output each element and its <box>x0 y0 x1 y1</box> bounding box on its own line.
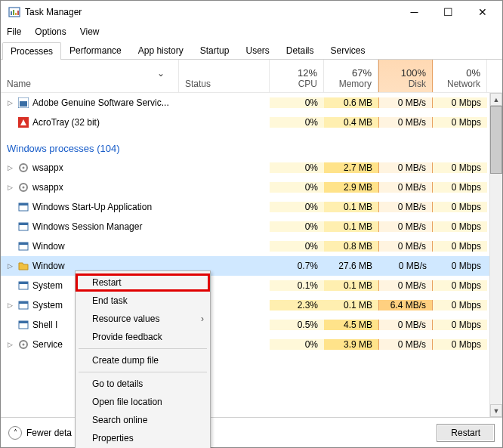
window-icon <box>17 221 29 233</box>
tab-services[interactable]: Services <box>322 42 374 59</box>
restart-button[interactable]: Restart <box>437 424 495 442</box>
gear-icon <box>17 338 29 351</box>
window-title: Task Manager <box>25 7 397 17</box>
ctx-end-task[interactable]: End task <box>76 292 210 310</box>
window-icon <box>17 299 29 311</box>
tab-startup[interactable]: Startup <box>192 42 238 59</box>
svg-rect-13 <box>19 203 28 205</box>
close-button[interactable]: ✕ <box>465 1 499 23</box>
vertical-scrollbar[interactable]: ▲ ▼ <box>489 93 502 417</box>
tab-processes[interactable]: Processes <box>2 42 61 60</box>
process-row[interactable]: AcroTray (32 bit) 0% 0.4 MB 0 MB/s 0 Mbp… <box>1 113 489 132</box>
svg-rect-21 <box>19 301 28 304</box>
column-headers: ⌄ Name Status 12% CPU 67% Memory 100% Di… <box>1 60 502 93</box>
header-cpu[interactable]: 12% CPU <box>270 60 324 92</box>
scroll-thumb[interactable] <box>490 106 502 174</box>
ctx-search-online[interactable]: Search online <box>76 411 210 429</box>
ctx-restart[interactable]: Restart <box>76 273 210 292</box>
ctx-create-dump[interactable]: Create dump file <box>76 351 210 369</box>
minimize-button[interactable]: ─ <box>397 1 431 23</box>
ctx-separator <box>79 372 207 372</box>
expand-icon[interactable]: ▷ <box>5 183 14 192</box>
scroll-up-button[interactable]: ▲ <box>490 93 502 106</box>
ctx-separator <box>79 348 207 349</box>
svg-rect-17 <box>19 243 28 245</box>
svg-rect-15 <box>19 223 28 225</box>
chevron-up-icon: ˄ <box>8 426 22 440</box>
process-row[interactable]: Window 0% 0.8 MB 0 MB/s 0 Mbps <box>1 236 489 256</box>
expand-icon[interactable]: ▷ <box>5 98 14 107</box>
gear-icon <box>17 162 29 174</box>
folder-icon <box>17 260 29 272</box>
svg-rect-23 <box>19 321 28 323</box>
sort-indicator-icon: ⌄ <box>7 68 172 79</box>
expand-icon[interactable]: ▷ <box>5 163 14 172</box>
ctx-go-to-details[interactable]: Go to details <box>76 375 210 393</box>
tab-app-history[interactable]: App history <box>130 42 192 59</box>
maximize-button[interactable]: ☐ <box>431 1 465 23</box>
header-network[interactable]: 0% Network <box>433 60 487 92</box>
menu-options[interactable]: Options <box>35 26 66 37</box>
context-menu: Restart End task Resource values Provide… <box>75 270 211 448</box>
group-windows-processes[interactable]: Windows processes (104) <box>1 138 489 158</box>
tab-performance[interactable]: Performance <box>61 42 130 59</box>
menubar: File Options View <box>1 23 502 40</box>
process-row[interactable]: Windows Session Manager 0% 0.1 MB 0 MB/s… <box>1 217 489 236</box>
header-status[interactable]: Status <box>179 60 270 92</box>
tab-details[interactable]: Details <box>278 42 322 59</box>
header-memory[interactable]: 67% Memory <box>324 60 378 92</box>
svg-rect-3 <box>15 13 17 15</box>
process-row[interactable]: ▷Adobe Genuine Software Servic... 0% 0.6… <box>1 93 489 113</box>
fewer-details-button[interactable]: ˄ Fewer deta <box>8 426 72 440</box>
app-icon <box>17 97 29 109</box>
task-manager-window: Task Manager ─ ☐ ✕ File Options View Pro… <box>0 0 503 448</box>
tabs: Processes Performance App history Startu… <box>1 40 502 60</box>
expand-icon[interactable]: ▷ <box>5 301 14 310</box>
menu-file[interactable]: File <box>7 26 21 37</box>
scroll-down-button[interactable]: ▼ <box>490 404 502 417</box>
expand-icon[interactable]: ▷ <box>5 261 14 270</box>
expand-icon[interactable]: ▷ <box>5 340 14 349</box>
window-icon <box>17 319 29 331</box>
titlebar[interactable]: Task Manager ─ ☐ ✕ <box>1 1 502 23</box>
svg-point-25 <box>23 344 25 346</box>
app-icon <box>17 116 29 128</box>
app-icon <box>8 6 20 18</box>
process-row[interactable]: ▷wsappx 0% 2.7 MB 0 MB/s 0 Mbps <box>1 158 489 178</box>
svg-rect-2 <box>13 10 14 15</box>
process-row[interactable]: Windows Start-Up Application 0% 0.1 MB 0… <box>1 197 489 217</box>
ctx-provide-feedback[interactable]: Provide feedback <box>76 328 210 346</box>
svg-rect-4 <box>17 11 19 15</box>
svg-rect-1 <box>11 11 12 15</box>
window-icon <box>17 240 29 252</box>
svg-rect-6 <box>20 101 27 107</box>
gear-icon <box>17 181 29 193</box>
header-name[interactable]: ⌄ Name <box>1 60 179 92</box>
ctx-open-file-location[interactable]: Open file location <box>76 393 210 411</box>
svg-point-11 <box>23 187 25 189</box>
tab-users[interactable]: Users <box>237 42 277 59</box>
ctx-properties[interactable]: Properties <box>76 429 210 447</box>
window-icon <box>17 280 29 292</box>
header-disk[interactable]: 100% Disk <box>378 60 433 92</box>
process-row[interactable]: ▷wsappx 0% 2.9 MB 0 MB/s 0 Mbps <box>1 178 489 197</box>
ctx-resource-values[interactable]: Resource values <box>76 310 210 328</box>
window-icon <box>17 201 29 213</box>
menu-view[interactable]: View <box>80 26 100 37</box>
svg-point-9 <box>23 167 25 169</box>
svg-rect-19 <box>19 282 28 284</box>
